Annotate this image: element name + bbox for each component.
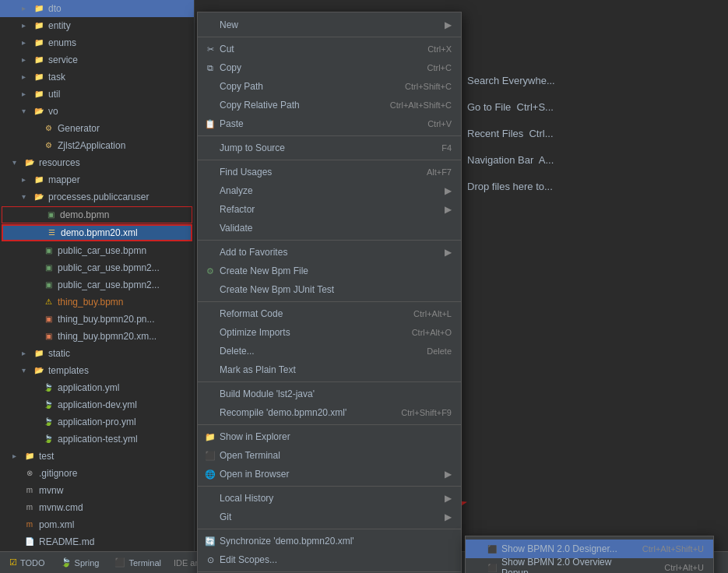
sidebar-item-generator[interactable]: ⚙ Generator bbox=[0, 120, 194, 137]
sidebar-item-label: thing_buy.bpmn20.xm... bbox=[58, 331, 157, 342]
sidebar-item-label: thing_buy.bpmn bbox=[58, 297, 124, 308]
sidebar-item-app-yml[interactable]: 🍃 application.yml bbox=[0, 379, 194, 396]
menu-item-paste[interactable]: 📋 Paste Ctrl+V bbox=[198, 114, 461, 133]
menu-item-create-bpm-junit[interactable]: Create New Bpm JUnit Test bbox=[198, 280, 461, 299]
sidebar-item-public-car-bpmn2-2[interactable]: ▣ public_car_use.bpmn2... bbox=[0, 276, 194, 294]
pom-icon: m bbox=[23, 519, 36, 531]
sidebar-item-mapper[interactable]: 📁 mapper bbox=[0, 171, 194, 188]
sidebar-item-label: task bbox=[48, 72, 65, 83]
sidebar-item-label: dto bbox=[48, 3, 62, 14]
sidebar-item-demo-bpmn20xml[interactable]: ☰ demo.bpmn20.xml bbox=[2, 224, 192, 241]
menu-item-cut[interactable]: ✂ Cut Ctrl+X bbox=[198, 40, 461, 58]
bpmn20-icon: ▣ bbox=[42, 330, 55, 343]
bottom-tab-todo[interactable]: ☑ TODO bbox=[6, 552, 48, 573]
sidebar-item-thing-buy-bpmn20-pn[interactable]: ▣ thing_buy.bpmn20.pn... bbox=[0, 311, 194, 328]
xml-icon: ☰ bbox=[45, 227, 58, 239]
folder-icon: 📂 bbox=[33, 191, 45, 203]
bottom-tab-spring[interactable]: 🍃 Spring bbox=[58, 552, 103, 573]
menu-item-edit-scopes[interactable]: ⊙ Edit Scopes... bbox=[198, 550, 461, 569]
sidebar: 📁 dto 📁 entity 📁 enums 📁 service 📁 task … bbox=[0, 0, 195, 573]
arrow-icon bbox=[22, 90, 31, 99]
menu-item-build-module[interactable]: Build Module 'lst2-java' bbox=[198, 385, 461, 403]
menu-item-refactor[interactable]: Refactor ▶ bbox=[198, 200, 461, 219]
right-panel: Search Everywhe... Go to File Ctrl+S... … bbox=[467, 70, 555, 198]
sidebar-item-zjlst2app[interactable]: ⚙ Zjlst2Application bbox=[0, 137, 194, 154]
sidebar-item-templates[interactable]: 📂 templates bbox=[0, 362, 194, 379]
menu-item-local-history[interactable]: Local History ▶ bbox=[198, 489, 461, 508]
spring-icon: 🍃 bbox=[61, 557, 72, 568]
menu-item-copy-path[interactable]: Copy Path Ctrl+Shift+C bbox=[198, 77, 461, 96]
sidebar-item-test[interactable]: 📁 test bbox=[0, 448, 194, 465]
sidebar-item-dto[interactable]: 📁 dto bbox=[0, 0, 194, 17]
folder-icon: 📂 bbox=[33, 364, 45, 377]
menu-item-find-usages[interactable]: Find Usages Alt+F7 bbox=[198, 163, 461, 181]
menu-item-reformat[interactable]: Reformat Code Ctrl+Alt+L bbox=[198, 304, 461, 323]
menu-item-analyze[interactable]: Analyze ▶ bbox=[198, 181, 461, 200]
sidebar-item-processes[interactable]: 📂 processes.publiccaruser bbox=[0, 188, 194, 206]
arrow-icon bbox=[12, 452, 22, 461]
sidebar-item-label: public_car_use.bpmn2... bbox=[58, 279, 160, 290]
folder-icon: 📁 bbox=[33, 71, 45, 83]
sidebar-item-resources[interactable]: 📂 resources bbox=[0, 154, 194, 171]
sidebar-item-label: resources bbox=[39, 157, 80, 168]
sidebar-item-label: mapper bbox=[48, 174, 80, 185]
menu-item-favorites[interactable]: Add to Favorites ▶ bbox=[198, 243, 461, 262]
copy-icon: ⧉ bbox=[204, 62, 216, 74]
sidebar-item-app-pro-yml[interactable]: 🍃 application-pro.yml bbox=[0, 413, 194, 431]
sidebar-item-public-car-bpmn2-1[interactable]: ▣ public_car_use.bpmn2... bbox=[0, 259, 194, 276]
right-hint-navbar: Navigation Bar A... bbox=[467, 149, 555, 171]
sidebar-item-public-car-bpmn[interactable]: ▣ public_car_use.bpmn bbox=[0, 242, 194, 259]
sidebar-item-thing-buy-bpmn20-xm[interactable]: ▣ thing_buy.bpmn20.xm... bbox=[0, 328, 194, 345]
yaml-icon: 🍃 bbox=[42, 433, 55, 445]
menu-item-copy-relative-path[interactable]: Copy Relative Path Ctrl+Alt+Shift+C bbox=[198, 96, 461, 114]
sidebar-item-enums[interactable]: 📁 enums bbox=[0, 34, 194, 51]
terminal-label: Terminal bbox=[128, 558, 161, 568]
folder-icon: 📁 bbox=[33, 2, 45, 15]
menu-item-show-explorer[interactable]: 📁 Show in Explorer bbox=[198, 427, 461, 446]
menu-item-copy[interactable]: ⧉ Copy Ctrl+C bbox=[198, 58, 461, 77]
submenu-item-show-bpmn-designer[interactable]: ⬛ Show BPMN 2.0 Designer... Ctrl+Alt+Shi… bbox=[466, 540, 713, 558]
sidebar-item-static[interactable]: 📁 static bbox=[0, 345, 194, 362]
sidebar-item-task[interactable]: 📁 task bbox=[0, 69, 194, 86]
sync-icon: 🔄 bbox=[204, 535, 216, 547]
sidebar-item-entity[interactable]: 📁 entity bbox=[0, 17, 194, 34]
right-hint-goto: Go to File Ctrl+S... bbox=[467, 97, 555, 118]
sidebar-item-app-dev-yml[interactable]: 🍃 application-dev.yml bbox=[0, 396, 194, 413]
sidebar-item-demo-bpmn[interactable]: ▣ demo.bpmn bbox=[2, 206, 192, 223]
menu-item-delete[interactable]: Delete... Delete bbox=[198, 342, 461, 360]
sidebar-item-mvnw[interactable]: m mvnw bbox=[0, 482, 194, 499]
sidebar-item-util[interactable]: 📁 util bbox=[0, 86, 194, 103]
sidebar-item-mvnw-cmd[interactable]: m mvnw.cmd bbox=[0, 499, 194, 516]
menu-item-recompile[interactable]: Recompile 'demo.bpmn20.xml' Ctrl+Shift+F… bbox=[198, 403, 461, 422]
menu-item-git[interactable]: Git ▶ bbox=[198, 508, 461, 526]
sidebar-item-thing-buy-bpmn[interactable]: ⚠ thing_buy.bpmn bbox=[0, 294, 194, 311]
sidebar-item-label: application-pro.yml bbox=[58, 417, 136, 427]
browser-icon: 🌐 bbox=[204, 468, 216, 480]
menu-item-create-bpm[interactable]: ⚙ Create New Bpm File bbox=[198, 262, 461, 280]
arrow-icon bbox=[22, 349, 31, 358]
menu-item-synchronize[interactable]: 🔄 Synchronize 'demo.bpmn20.xml' bbox=[198, 532, 461, 550]
sidebar-item-readme[interactable]: 📄 README.md bbox=[0, 533, 194, 550]
sidebar-item-app-test-yml[interactable]: 🍃 application-test.yml bbox=[0, 431, 194, 448]
menu-item-mark-plain[interactable]: Mark as Plain Text bbox=[198, 360, 461, 379]
sidebar-item-label: demo.bpmn20.xml bbox=[61, 227, 138, 238]
folder-icon: 📁 bbox=[33, 347, 45, 360]
menu-item-optimize-imports[interactable]: Optimize Imports Ctrl+Alt+O bbox=[198, 323, 461, 342]
sidebar-item-label: public_car_use.bpmn2... bbox=[58, 262, 160, 273]
menu-item-open-browser[interactable]: 🌐 Open in Browser ▶ bbox=[198, 465, 461, 483]
bottom-tab-terminal[interactable]: ⬛ Terminal bbox=[111, 552, 164, 573]
menu-item-validate[interactable]: Validate bbox=[198, 219, 461, 237]
sidebar-item-service[interactable]: 📁 service bbox=[0, 51, 194, 69]
sidebar-item-gitignore[interactable]: ⊗ .gitignore bbox=[0, 465, 194, 482]
sidebar-item-label: pom.xml bbox=[39, 519, 74, 530]
menu-item-new[interactable]: New ▶ bbox=[198, 16, 461, 34]
bpmn-icon: ▣ bbox=[44, 209, 57, 221]
menu-item-jump-source[interactable]: Jump to Source F4 bbox=[198, 139, 461, 157]
sidebar-item-vo[interactable]: 📂 vo bbox=[0, 103, 194, 120]
submenu-item-show-bpmn-overview[interactable]: ⬛ Show BPMN 2.0 Overview Popup... Ctrl+A… bbox=[466, 558, 713, 573]
sidebar-item-label: mvnw bbox=[39, 485, 63, 496]
menu-item-open-terminal[interactable]: ⬛ Open Terminal bbox=[198, 446, 461, 465]
sidebar-item-label: entity bbox=[48, 20, 71, 31]
sidebar-item-pom-xml[interactable]: m pom.xml bbox=[0, 516, 194, 533]
arrow-icon bbox=[12, 158, 22, 167]
